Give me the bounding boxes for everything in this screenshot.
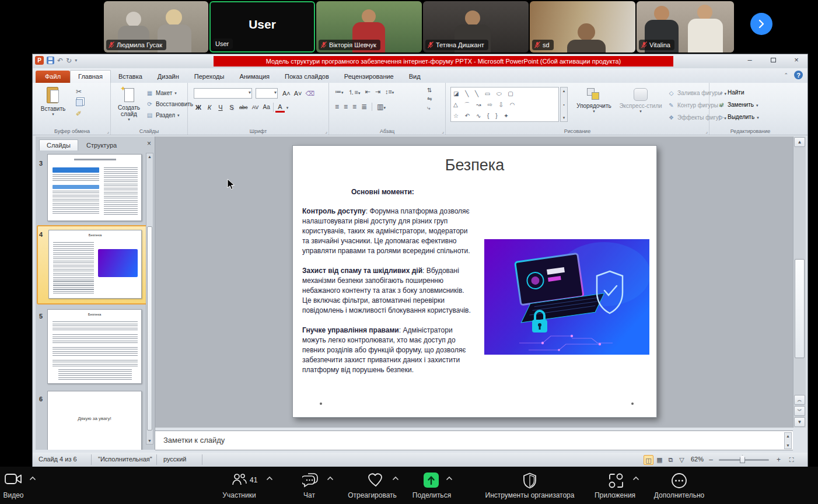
change-case-button[interactable]: Аа	[262, 102, 271, 113]
vertical-scrollbar[interactable]: ▲ ︽ ︾ ▼	[793, 136, 806, 428]
zoom-in-button[interactable]: +	[774, 455, 784, 465]
dialog-launcher-icon[interactable]: ⌟	[107, 129, 109, 134]
participant-video[interactable]: Вікторія Шевчук	[316, 1, 422, 52]
toolbar-chat[interactable]: Чат	[292, 491, 327, 499]
chevron-up-icon[interactable]	[392, 476, 399, 481]
slide-canvas[interactable]: Безпека Основні моменти: Контроль доступ…	[292, 145, 657, 418]
theme-name[interactable]: "Исполнительная"	[98, 456, 152, 463]
tab-review[interactable]: Рецензирование	[337, 71, 401, 83]
zoom-out-button[interactable]: –	[706, 455, 716, 465]
share-screen-icon[interactable]	[424, 473, 439, 488]
slide-thumbnail-6[interactable]: Дякую за увагу!	[47, 391, 142, 450]
align-left-button[interactable]: ≡	[335, 103, 339, 111]
align-center-button[interactable]: ≡	[344, 103, 348, 111]
restore-button[interactable]	[765, 55, 781, 66]
save-icon[interactable]	[47, 57, 54, 64]
video-camera-icon[interactable]	[5, 473, 22, 485]
notes-scrollbar[interactable]: ▲▼	[784, 432, 792, 449]
toolbar-participants[interactable]: Участники	[215, 491, 264, 499]
align-right-button[interactable]: ≡	[352, 103, 356, 111]
section-button[interactable]: ▤Раздел▾	[146, 111, 193, 120]
help-icon[interactable]: ?	[794, 71, 803, 79]
previous-slide-button[interactable]: ︽	[794, 395, 805, 405]
font-name-combo[interactable]	[194, 88, 252, 99]
redo-icon[interactable]: ↻	[66, 57, 72, 64]
participant-video[interactable]: sd	[530, 1, 635, 52]
participant-video[interactable]: Людмила Гусак	[104, 1, 208, 52]
strikethrough-button[interactable]: abc	[238, 102, 249, 113]
scroll-thumb[interactable]	[795, 259, 805, 358]
toolbar-video[interactable]: Видео	[0, 491, 27, 499]
scroll-down-icon[interactable]: ▼	[146, 439, 153, 443]
fit-to-window-button[interactable]: ⛶	[786, 455, 796, 465]
character-spacing-button[interactable]: AV	[251, 102, 260, 113]
dialog-launcher-icon[interactable]: ⌟	[442, 129, 444, 134]
tab-insert[interactable]: Вставка	[111, 71, 150, 83]
zoom-slider-thumb[interactable]	[740, 455, 745, 463]
grow-font-button[interactable]: A˄	[281, 88, 292, 99]
host-tools-shield-icon[interactable]	[523, 473, 537, 489]
tab-home[interactable]: Главная	[70, 70, 111, 83]
zoom-level[interactable]: 62%	[691, 456, 704, 463]
participant-video-active[interactable]: User User	[209, 1, 315, 52]
undo-icon[interactable]: ↶	[57, 57, 63, 64]
select-button[interactable]: ▷Выделить▾	[718, 113, 759, 122]
participant-video[interactable]: Vitalina	[637, 1, 734, 52]
tab-transitions[interactable]: Переходы	[187, 71, 232, 83]
shapes-gallery[interactable]: ◪ ╲ ╲ ▭ ⬭ ▢△ ⌒ ↝ ⇨ ⇩ ◠☆ ↶ ∿ { } ✦	[450, 87, 559, 122]
chevron-up-icon[interactable]	[446, 476, 453, 481]
format-painter-icon[interactable]: ✐	[76, 110, 83, 118]
chevron-up-icon[interactable]	[632, 476, 639, 481]
bullets-button[interactable]: ≔▾	[335, 88, 344, 97]
slide-thumbnail-4[interactable]: Безпека	[48, 230, 142, 299]
tab-outline[interactable]: Структура	[79, 140, 124, 150]
numbering-button[interactable]: ⒈≡▾	[348, 88, 361, 97]
heart-icon[interactable]	[368, 473, 384, 488]
new-slide-button[interactable]: ✦ Создать слайд ▾	[113, 87, 145, 121]
toolbar-more[interactable]: Дополнительно	[646, 491, 712, 499]
quick-styles-button[interactable]: Экспресс-стили ▾	[618, 88, 663, 113]
slide-thumbnail-5[interactable]: Безпека	[47, 309, 142, 384]
participants-icon[interactable]	[231, 473, 247, 487]
toolbar-apps[interactable]: Приложения	[589, 491, 641, 499]
toolbar-react[interactable]: Отреагировать	[344, 491, 400, 499]
underline-button[interactable]: Ч	[216, 102, 225, 113]
paste-button[interactable]: Вставить ▾	[39, 87, 68, 116]
tab-animations[interactable]: Анимация	[232, 71, 277, 83]
slide-counter[interactable]: Слайд 4 из 6	[39, 456, 77, 463]
more-icon[interactable]	[671, 473, 687, 489]
dialog-launcher-icon[interactable]: ⌟	[325, 129, 327, 134]
find-button[interactable]: ⌕Найти	[718, 88, 759, 97]
dialog-launcher-icon[interactable]: ⌟	[705, 129, 708, 134]
slide-thumbnail-3[interactable]	[47, 154, 142, 221]
customize-qat-icon[interactable]: ▾	[75, 57, 77, 64]
cut-icon[interactable]: ✂	[76, 88, 83, 96]
chevron-up-icon[interactable]	[266, 476, 273, 481]
chat-icon[interactable]	[302, 473, 319, 488]
font-size-combo[interactable]	[256, 88, 278, 99]
chevron-up-icon[interactable]	[327, 476, 334, 481]
clear-formatting-button[interactable]: ⌫	[305, 88, 316, 99]
tab-slides-thumbnails[interactable]: Слайды	[39, 139, 78, 150]
reading-view-button[interactable]: ⧉	[666, 455, 676, 465]
toolbar-share[interactable]: Поделиться	[408, 491, 455, 499]
arrange-button[interactable]: Упорядочить ▾	[572, 88, 616, 113]
panel-scroll-thumb[interactable]	[147, 226, 152, 430]
layout-button[interactable]: ▦Макет▾	[146, 89, 193, 97]
powerpoint-logo-icon[interactable]: P	[35, 56, 44, 65]
tab-slideshow[interactable]: Показ слайдов	[277, 71, 337, 83]
tab-file[interactable]: Файл	[36, 71, 70, 83]
replace-button[interactable]: ⇄Заменить▾	[718, 100, 759, 110]
decrease-indent-button[interactable]: ⇤	[365, 88, 370, 97]
next-participants-button[interactable]	[750, 13, 772, 35]
scroll-down-icon[interactable]: ▼	[786, 443, 790, 447]
panel-scrollbar[interactable]: ▲ ▼	[146, 153, 153, 444]
shapes-gallery-scroll[interactable]: ▴▪▾	[560, 87, 568, 122]
apps-icon[interactable]	[608, 473, 624, 489]
line-spacing-button[interactable]: ↕≡▾	[385, 88, 394, 97]
participant-video[interactable]: Тетяна Дишкант	[423, 1, 529, 52]
text-shadow-button[interactable]: S	[227, 102, 236, 113]
scroll-up-icon[interactable]: ▲	[786, 434, 790, 438]
columns-button[interactable]: ▥▾	[377, 103, 386, 111]
font-color-button[interactable]: А	[275, 103, 285, 113]
